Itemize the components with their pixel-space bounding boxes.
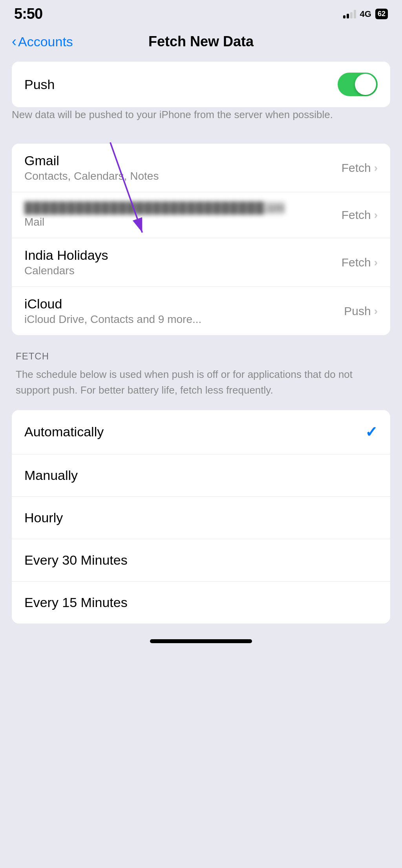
status-time: 5:50 xyxy=(14,5,42,22)
account-row-icloud[interactable]: iCloud iCloud Drive, Contacts and 9 more… xyxy=(12,287,390,335)
battery-level: 62 xyxy=(378,10,386,18)
chevron-right-icon-india-holidays: › xyxy=(374,256,378,269)
account-name-icloud: iCloud xyxy=(24,296,344,312)
action-label-india-holidays: Fetch xyxy=(342,256,371,269)
schedule-label-every-15: Every 15 Minutes xyxy=(24,595,128,610)
push-row: Push xyxy=(12,62,390,107)
account-row-gmail[interactable]: Gmail Contacts, Calendars, Notes Fetch › xyxy=(12,144,390,192)
back-label: Accounts xyxy=(18,34,73,49)
schedule-row-every-30[interactable]: Every 30 Minutes xyxy=(12,539,390,582)
signal-bar-1 xyxy=(343,15,345,18)
nav-header: ‹ Accounts Fetch New Data xyxy=(0,26,402,62)
accounts-card: Gmail Contacts, Calendars, Notes Fetch ›… xyxy=(12,144,390,335)
schedule-row-manually[interactable]: Manually xyxy=(12,454,390,497)
account-action-email: Fetch › xyxy=(342,208,378,222)
fetch-section: FETCH The schedule below is used when pu… xyxy=(12,351,390,410)
account-subtitle-icloud: iCloud Drive, Contacts and 9 more... xyxy=(24,313,344,326)
battery: 62 xyxy=(375,9,388,19)
checkmark-icon-automatically: ✓ xyxy=(365,423,378,441)
chevron-right-icon-icloud: › xyxy=(374,305,378,317)
account-action-india-holidays: Fetch › xyxy=(342,256,378,269)
fetch-section-title: FETCH xyxy=(12,351,390,367)
push-label: Push xyxy=(24,77,55,92)
account-info-email: ████████████████████████████.om Mail xyxy=(24,202,342,228)
push-card: Push xyxy=(12,62,390,107)
account-subtitle-gmail: Contacts, Calendars, Notes xyxy=(24,170,342,182)
blurred-email-text: ████████████████████████████.om xyxy=(24,202,285,214)
push-toggle[interactable] xyxy=(338,73,378,96)
fetch-description: The schedule below is used when push is … xyxy=(12,367,390,410)
account-row-india-holidays[interactable]: India Holidays Calendars Fetch › xyxy=(12,238,390,287)
schedule-label-every-30: Every 30 Minutes xyxy=(24,553,128,568)
action-label-email: Fetch xyxy=(342,208,371,222)
schedule-label-hourly: Hourly xyxy=(24,510,63,525)
action-label-icloud: Push xyxy=(344,305,371,318)
schedule-row-automatically[interactable]: Automatically ✓ xyxy=(12,410,390,454)
home-indicator xyxy=(150,639,252,643)
back-chevron-icon: ‹ xyxy=(12,35,16,49)
schedule-label-automatically: Automatically xyxy=(24,424,104,439)
signal-bar-2 xyxy=(347,14,349,18)
chevron-right-icon-gmail: › xyxy=(374,162,378,174)
account-subtitle-email: Mail xyxy=(24,216,342,228)
schedule-label-manually: Manually xyxy=(24,468,78,483)
account-info-gmail: Gmail Contacts, Calendars, Notes xyxy=(24,153,342,182)
schedule-row-every-15[interactable]: Every 15 Minutes xyxy=(12,582,390,624)
schedule-card: Automatically ✓ Manually Hourly Every 30… xyxy=(12,410,390,624)
account-info-india-holidays: India Holidays Calendars xyxy=(24,248,342,277)
account-info-icloud: iCloud iCloud Drive, Contacts and 9 more… xyxy=(24,296,344,326)
chevron-right-icon-email: › xyxy=(374,209,378,221)
signal-bar-3 xyxy=(350,12,353,18)
status-bar: 5:50 4G 62 xyxy=(0,0,402,26)
status-icons: 4G 62 xyxy=(343,9,388,19)
schedule-row-hourly[interactable]: Hourly xyxy=(12,497,390,539)
toggle-thumb xyxy=(355,74,376,95)
account-action-icloud: Push › xyxy=(344,305,378,318)
battery-container: 62 xyxy=(375,9,388,19)
signal-bar-4 xyxy=(354,10,356,18)
signal-bars xyxy=(343,10,356,18)
back-button[interactable]: ‹ Accounts xyxy=(12,34,73,49)
account-name-india-holidays: India Holidays xyxy=(24,248,342,263)
account-action-gmail: Fetch › xyxy=(342,161,378,175)
action-label-gmail: Fetch xyxy=(342,161,371,175)
push-description: New data will be pushed to your iPhone f… xyxy=(0,107,402,132)
account-subtitle-india-holidays: Calendars xyxy=(24,264,342,277)
account-email-blurred: ████████████████████████████.om xyxy=(24,202,342,214)
account-row-email[interactable]: ████████████████████████████.om Mail Fet… xyxy=(12,192,390,238)
network-type: 4G xyxy=(360,9,371,19)
account-name-gmail: Gmail xyxy=(24,153,342,168)
